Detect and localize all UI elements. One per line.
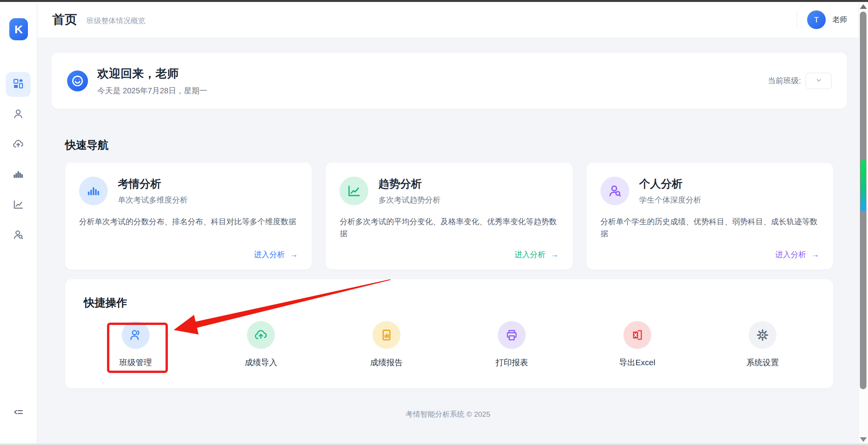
sidebar-item-exam-analysis[interactable] [6,163,31,187]
action-item-system-settings[interactable]: 系统设置 [700,321,826,368]
quick-nav-cards: 考情分析 单次考试多维度分析 分析单次考试的分数分布、排名分布、科目对比等多个维… [65,163,833,270]
line-chart-icon [340,177,368,205]
excel-file-icon [623,321,651,349]
nav-card-title: 趋势分析 [378,177,440,191]
nav-card-exam-analysis[interactable]: 考情分析 单次考试多维度分析 分析单次考试的分数分布、排名分布、科目对比等多个维… [65,163,312,270]
nav-card-head-texts: 个人分析 学生个体深度分析 [639,177,701,205]
sidebar-item-trend-analysis[interactable] [6,193,31,218]
action-item-score-report[interactable]: 成绩报告 [324,321,449,368]
class-select[interactable] [806,73,832,89]
nav-card-trend-analysis[interactable]: 趋势分析 多次考试趋势分析 分析多次考试的平均分变化、及格率变化、优秀率变化等趋… [326,163,572,270]
page-title: 首页 [52,11,77,28]
arrow-right-icon: → [290,250,298,259]
sidebar-nav [0,72,36,248]
sidebar-collapse-button[interactable] [0,406,36,419]
bar-chart-icon [79,177,108,205]
line-chart-icon [12,199,24,212]
nav-card-head: 个人分析 学生个体深度分析 [601,177,819,205]
enter-analysis-label: 进入分析 [254,250,285,259]
dashboard-grid-icon [12,78,24,91]
fold-menu-icon [12,406,24,419]
quick-nav-heading: 快速导航 [65,138,109,153]
nav-card-subtitle: 多次考试趋势分析 [378,195,440,205]
action-item-print-report[interactable]: 打印报表 [449,321,575,368]
nav-card-title: 个人分析 [639,177,701,191]
scroll-up-arrow[interactable] [860,4,867,9]
class-picker: 当前班级: [768,73,832,89]
sidebar-item-dashboard[interactable] [6,72,31,97]
top-bar-user-area: T 老师 [797,10,847,29]
action-item-export-excel[interactable]: 导出Excel [575,321,700,368]
scroll-down-arrow[interactable] [860,437,867,442]
sidebar-item-personal-analysis[interactable] [6,223,31,248]
nav-card-head: 考情分析 单次考试多维度分析 [79,177,298,205]
nav-card-head-texts: 趋势分析 多次考试趋势分析 [378,177,440,205]
enter-analysis-link[interactable]: 进入分析 → [775,249,819,260]
app-logo-letter: K [14,23,23,36]
smiley-face-icon [67,70,88,91]
quick-actions-heading: 快捷操作 [84,296,127,310]
action-label: 成绩报告 [370,357,403,368]
quick-actions-row: 班级管理 成绩导入 [73,321,825,368]
enter-analysis-label: 进入分析 [775,250,806,259]
action-label: 导出Excel [619,357,655,368]
nav-card-personal-analysis[interactable]: 个人分析 学生个体深度分析 分析单个学生的历史成绩、优势科目、弱势科目、成长轨迹… [587,163,833,270]
main-content: 欢迎回来，老师 今天是 2025年7月28日，星期一 当前班级: 快速导航 [38,38,868,445]
enter-analysis-link[interactable]: 进入分析 → [514,249,559,260]
cloud-upload-icon [12,138,24,151]
app-screen: K [0,0,868,445]
enter-analysis-label: 进入分析 [514,250,545,259]
nav-card-head-texts: 考情分析 单次考试多维度分析 [118,177,188,205]
bar-chart-icon [12,168,24,182]
avatar-initial: T [814,15,819,24]
action-label: 打印报表 [495,357,528,368]
arrow-right-icon: → [551,250,559,259]
top-bar: 首页 班级整体情况概览 T 老师 [38,2,868,38]
nav-card-subtitle: 单次考试多维度分析 [118,195,188,205]
app-logo: K [9,18,28,40]
welcome-date: 今天是 2025年7月28日，星期一 [97,86,207,96]
user-name: 老师 [832,15,847,25]
user-icon [12,108,24,121]
welcome-card: 欢迎回来，老师 今天是 2025年7月28日，星期一 当前班级: [52,53,847,109]
sidebar-item-import[interactable] [6,132,31,157]
user-search-icon [12,229,24,242]
welcome-texts: 欢迎回来，老师 今天是 2025年7月28日，星期一 [97,66,207,96]
gear-icon [749,321,777,349]
printer-icon [498,321,526,349]
quick-actions-card: 快捷操作 班级管理 [65,279,833,388]
arrow-right-icon: → [811,250,819,259]
nav-card-description: 分析单个学生的历史成绩、优势科目、弱势科目、成长轨迹等数据 [601,216,819,240]
page-subtitle: 班级整体情况概览 [86,14,145,26]
nav-card-description: 分析单次考试的分数分布、排名分布、科目对比等多个维度数据 [79,216,298,228]
nav-card-description: 分析多次考试的平均分变化、及格率变化、优秀率变化等趋势数据 [340,216,558,240]
window-bottom-edge [0,443,868,445]
welcome-title: 欢迎回来，老师 [97,66,207,82]
action-item-score-import[interactable]: 成绩导入 [198,321,324,368]
chevron-down-icon [815,77,822,85]
action-label: 系统设置 [746,357,779,368]
avatar[interactable]: T [807,10,826,29]
annotation-highlight-box [107,323,168,373]
cloud-upload-icon [247,321,275,349]
current-class-label: 当前班级: [768,76,801,86]
sidebar: K [0,2,37,445]
action-label: 成绩导入 [245,357,277,368]
window-chrome-strip [0,0,868,2]
nav-card-head: 趋势分析 多次考试趋势分析 [340,177,558,205]
user-search-icon [601,177,629,205]
report-document-icon [373,321,400,349]
scrollbar [858,2,868,445]
user-divider [797,11,797,28]
nav-card-title: 考情分析 [118,177,188,191]
enter-analysis-link[interactable]: 进入分析 → [254,249,298,260]
nav-card-subtitle: 学生个体深度分析 [639,195,701,205]
footer-text: 考情智能分析系统 © 2025 [38,409,858,419]
sidebar-item-students[interactable] [6,102,31,127]
scroll-position-marker [861,160,866,211]
